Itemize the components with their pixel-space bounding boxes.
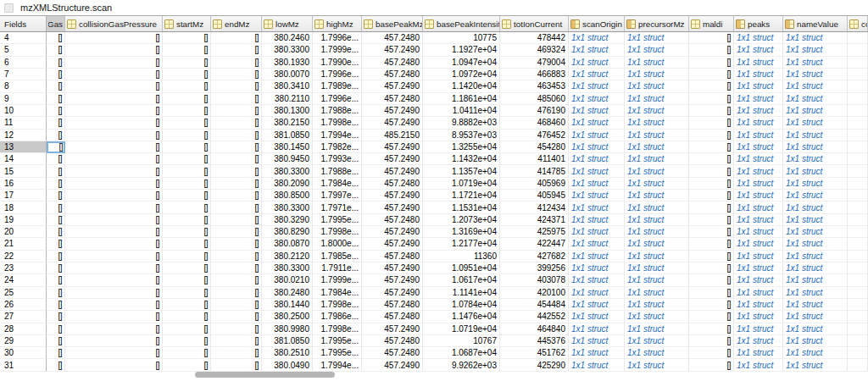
- table-cell-basePeakIntensity[interactable]: 1.0687e+04: [423, 347, 500, 359]
- table-cell-collisionGas[interactable]: []: [47, 335, 65, 347]
- table-cell-endMz[interactable]: []: [211, 117, 262, 129]
- table-cell-startMz[interactable]: []: [163, 117, 211, 129]
- table-cell-basePeakMz[interactable]: 457.2490: [362, 323, 423, 335]
- table-cell-basePeakMz[interactable]: 457.2490: [362, 153, 423, 165]
- table-cell-basePeakIntensity[interactable]: 1.1927e+04: [423, 44, 500, 56]
- table-cell-nameValue[interactable]: 1x1 struct: [783, 178, 848, 190]
- table-cell-peaks[interactable]: 1x1 struct: [734, 214, 783, 226]
- table-cell-basePeakIntensity[interactable]: 1.2073e+04: [423, 214, 500, 226]
- table-cell-startMz[interactable]: []: [163, 130, 211, 141]
- table-cell-precursorMz[interactable]: 1x1 struct: [625, 274, 689, 286]
- table-cell-basePeakMz[interactable]: 457.2480: [362, 214, 423, 226]
- table-cell-maldi[interactable]: []: [689, 335, 734, 347]
- table-cell-lowMz[interactable]: 380.9980: [262, 323, 313, 335]
- table-cell-lowMz[interactable]: 380.2090: [262, 178, 313, 190]
- table-cell-scanOrigin[interactable]: 1x1 struct: [569, 251, 625, 262]
- table-cell-basePeakMz[interactable]: 457.2490: [362, 165, 423, 177]
- column-header-basePeakIntensity[interactable]: basePeakIntensity: [423, 16, 500, 31]
- table-cell-co[interactable]: [848, 226, 868, 238]
- row-header[interactable]: 23: [0, 262, 47, 274]
- table-cell-totIonCurrent[interactable]: 464840: [500, 323, 569, 335]
- table-cell-highMz[interactable]: 1.7984e...: [313, 287, 362, 299]
- table-cell-maldi[interactable]: []: [689, 262, 734, 274]
- table-cell-startMz[interactable]: []: [163, 57, 211, 69]
- table-cell-co[interactable]: [848, 69, 868, 80]
- table-cell-basePeakIntensity[interactable]: 1.0719e+04: [423, 323, 500, 335]
- table-cell-scanOrigin[interactable]: 1x1 struct: [569, 359, 625, 371]
- table-cell-collisionGasPressure[interactable]: []: [65, 165, 163, 177]
- table-cell-totIonCurrent[interactable]: 414785: [500, 165, 569, 177]
- table-cell-nameValue[interactable]: 1x1 struct: [783, 32, 848, 44]
- column-header-lowMz[interactable]: lowMz: [262, 16, 313, 31]
- table-cell-peaks[interactable]: 1x1 struct: [734, 251, 783, 262]
- column-header-collisionGasPressure[interactable]: collisionGasPressure: [65, 16, 163, 31]
- table-cell-highMz[interactable]: 1.7986e...: [313, 311, 362, 323]
- table-cell-maldi[interactable]: []: [689, 57, 734, 69]
- table-cell-nameValue[interactable]: 1x1 struct: [783, 311, 848, 323]
- table-cell-basePeakIntensity[interactable]: 1.0719e+04: [423, 178, 500, 190]
- table-cell-basePeakIntensity[interactable]: 11360: [423, 251, 500, 262]
- table-cell-endMz[interactable]: []: [211, 238, 262, 250]
- table-cell-lowMz[interactable]: 380.3300: [262, 202, 313, 213]
- table-cell-totIonCurrent[interactable]: 405945: [500, 190, 569, 202]
- table-cell-peaks[interactable]: 1x1 struct: [734, 44, 783, 56]
- table-cell-peaks[interactable]: 1x1 struct: [734, 93, 783, 105]
- table-cell-totIonCurrent[interactable]: 485060: [500, 93, 569, 105]
- table-cell-endMz[interactable]: []: [211, 69, 262, 80]
- table-cell-co[interactable]: [848, 347, 868, 359]
- table-cell-endMz[interactable]: []: [211, 93, 262, 105]
- table-cell-startMz[interactable]: []: [163, 238, 211, 250]
- table-cell-startMz[interactable]: []: [163, 311, 211, 323]
- table-cell-nameValue[interactable]: 1x1 struct: [783, 274, 848, 286]
- table-cell-collisionGas[interactable]: []: [47, 359, 65, 371]
- table-cell-collisionGasPressure[interactable]: []: [65, 93, 163, 105]
- table-cell-collisionGas[interactable]: []: [47, 93, 65, 105]
- table-cell-nameValue[interactable]: 1x1 struct: [783, 299, 848, 311]
- table-cell-maldi[interactable]: []: [689, 347, 734, 359]
- table-cell-collisionGas[interactable]: []: [47, 178, 65, 190]
- table-cell-endMz[interactable]: []: [211, 44, 262, 56]
- table-cell-nameValue[interactable]: 1x1 struct: [783, 93, 848, 105]
- table-cell-collisionGasPressure[interactable]: []: [65, 32, 163, 44]
- row-header[interactable]: 13: [0, 141, 47, 153]
- table-cell-totIonCurrent[interactable]: 476452: [500, 130, 569, 141]
- table-cell-endMz[interactable]: []: [211, 311, 262, 323]
- table-cell-lowMz[interactable]: 380.1930: [262, 57, 313, 69]
- table-cell-basePeakIntensity[interactable]: 1.0617e+04: [423, 274, 500, 286]
- table-cell-endMz[interactable]: []: [211, 347, 262, 359]
- table-cell-scanOrigin[interactable]: 1x1 struct: [569, 190, 625, 202]
- table-cell-nameValue[interactable]: 1x1 struct: [783, 153, 848, 165]
- table-cell-scanOrigin[interactable]: 1x1 struct: [569, 335, 625, 347]
- table-cell-maldi[interactable]: []: [689, 214, 734, 226]
- table-cell-collisionGasPressure[interactable]: []: [65, 80, 163, 92]
- table-cell-maldi[interactable]: []: [689, 359, 734, 371]
- table-cell-startMz[interactable]: []: [163, 335, 211, 347]
- table-cell-basePeakIntensity[interactable]: 9.8882e+03: [423, 117, 500, 129]
- table-cell-endMz[interactable]: []: [211, 105, 262, 117]
- table-cell-endMz[interactable]: []: [211, 274, 262, 286]
- table-cell-peaks[interactable]: 1x1 struct: [734, 165, 783, 177]
- table-cell-endMz[interactable]: []: [211, 251, 262, 262]
- table-cell-maldi[interactable]: []: [689, 130, 734, 141]
- table-cell-endMz[interactable]: []: [211, 299, 262, 311]
- table-cell-startMz[interactable]: []: [163, 141, 211, 153]
- table-cell-co[interactable]: [848, 105, 868, 117]
- table-cell-startMz[interactable]: []: [163, 347, 211, 359]
- table-cell-peaks[interactable]: 1x1 struct: [734, 153, 783, 165]
- table-cell-scanOrigin[interactable]: 1x1 struct: [569, 44, 625, 56]
- table-cell-endMz[interactable]: []: [211, 153, 262, 165]
- table-cell-highMz[interactable]: 1.7995e...: [313, 347, 362, 359]
- table-cell-maldi[interactable]: []: [689, 323, 734, 335]
- table-cell-peaks[interactable]: 1x1 struct: [734, 178, 783, 190]
- table-cell-co[interactable]: [848, 178, 868, 190]
- row-header[interactable]: 12: [0, 130, 47, 141]
- table-cell-totIonCurrent[interactable]: 451762: [500, 347, 569, 359]
- table-cell-totIonCurrent[interactable]: 403078: [500, 274, 569, 286]
- table-cell-basePeakIntensity[interactable]: 9.9262e+03: [423, 359, 500, 371]
- table-cell-co[interactable]: [848, 287, 868, 299]
- table-cell-collisionGas[interactable]: []: [47, 274, 65, 286]
- table-cell-collisionGasPressure[interactable]: []: [65, 299, 163, 311]
- table-cell-highMz[interactable]: 1.7994e...: [313, 359, 362, 371]
- table-cell-peaks[interactable]: 1x1 struct: [734, 190, 783, 202]
- table-cell-basePeakMz[interactable]: 457.2480: [362, 57, 423, 69]
